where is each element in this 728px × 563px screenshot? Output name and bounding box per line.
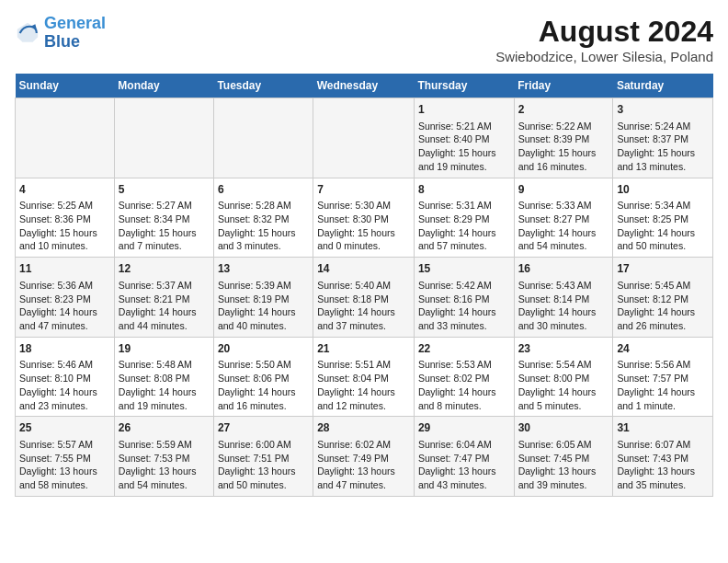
cell-content-line: Daylight: 13 hours and 50 minutes. [218, 465, 309, 491]
cell-content-line: Sunrise: 5:51 AM [317, 358, 410, 372]
cell-content-line: Sunrise: 5:42 AM [418, 279, 510, 293]
cell-content-line: Sunset: 8:04 PM [317, 372, 410, 385]
week-row-1: 1Sunrise: 5:21 AMSunset: 8:40 PMDaylight… [16, 98, 713, 178]
cell-content-line: Sunset: 8:06 PM [218, 372, 309, 385]
cell-content-line: Sunrise: 5:45 AM [617, 279, 709, 293]
calendar-cell-2-0: 11Sunrise: 5:36 AMSunset: 8:23 PMDayligh… [16, 258, 115, 338]
cell-content-line: Sunrise: 6:07 AM [617, 438, 709, 452]
page-header: General Blue August 2024 Swiebodzice, Lo… [15, 15, 713, 64]
cell-content-line: Sunrise: 5:43 AM [518, 279, 609, 293]
cell-content-line: Daylight: 15 hours and 3 minutes. [218, 226, 309, 253]
cell-content-line: Daylight: 14 hours and 33 minutes. [418, 305, 510, 332]
day-number: 26 [119, 420, 210, 436]
calendar-cell-4-2: 27Sunrise: 6:00 AMSunset: 7:51 PMDayligh… [213, 417, 313, 497]
cell-content-line: Sunset: 8:18 PM [317, 293, 410, 306]
cell-content-line: Sunset: 8:00 PM [518, 372, 609, 385]
cell-content-line: Daylight: 14 hours and 26 minutes. [617, 305, 709, 332]
cell-content-line: Daylight: 14 hours and 1 minute. [617, 385, 709, 412]
cell-content-line: Sunset: 8:27 PM [518, 213, 609, 226]
cell-content-line: Sunrise: 5:53 AM [418, 358, 510, 372]
day-number: 20 [218, 341, 309, 357]
cell-content-line: Daylight: 14 hours and 44 minutes. [119, 305, 210, 332]
week-row-4: 18Sunrise: 5:46 AMSunset: 8:10 PMDayligh… [16, 337, 713, 417]
day-number: 2 [518, 102, 609, 118]
cell-content-line: Sunset: 7:49 PM [317, 452, 410, 465]
calendar-cell-4-3: 28Sunrise: 6:02 AMSunset: 7:49 PMDayligh… [313, 417, 415, 497]
calendar-cell-4-6: 31Sunrise: 6:07 AMSunset: 7:43 PMDayligh… [613, 417, 713, 497]
day-number: 6 [218, 182, 309, 198]
cell-content-line: Sunrise: 6:04 AM [418, 438, 510, 452]
day-number: 17 [617, 261, 709, 277]
day-number: 28 [317, 420, 410, 436]
calendar-cell-4-5: 30Sunrise: 6:05 AMSunset: 7:45 PMDayligh… [514, 417, 613, 497]
cell-content-line: Sunrise: 5:27 AM [119, 199, 210, 213]
calendar-cell-2-3: 14Sunrise: 5:40 AMSunset: 8:18 PMDayligh… [313, 258, 415, 338]
calendar-cell-3-1: 19Sunrise: 5:48 AMSunset: 8:08 PMDayligh… [114, 337, 213, 417]
cell-content-line: Sunset: 8:21 PM [119, 293, 210, 306]
cell-content-line: Sunrise: 5:28 AM [218, 199, 309, 213]
cell-content-line: Sunrise: 5:25 AM [19, 199, 110, 213]
cell-content-line: Sunrise: 5:46 AM [19, 358, 110, 372]
cell-content-line: Daylight: 14 hours and 12 minutes. [317, 385, 410, 412]
calendar-cell-2-4: 15Sunrise: 5:42 AMSunset: 8:16 PMDayligh… [414, 258, 514, 338]
cell-content-line: Daylight: 14 hours and 16 minutes. [218, 385, 309, 412]
cell-content-line: Sunset: 8:14 PM [518, 293, 609, 306]
cell-content-line: Sunrise: 5:40 AM [317, 279, 410, 293]
cell-content-line: Sunrise: 5:33 AM [518, 199, 609, 213]
logo-text: General Blue [44, 15, 106, 52]
week-row-5: 25Sunrise: 5:57 AMSunset: 7:55 PMDayligh… [16, 417, 713, 497]
day-number: 11 [19, 261, 110, 277]
header-monday: Monday [114, 74, 213, 98]
header-thursday: Thursday [414, 74, 514, 98]
cell-content-line: Daylight: 14 hours and 37 minutes. [317, 305, 410, 332]
cell-content-line: Daylight: 14 hours and 47 minutes. [19, 305, 110, 332]
day-number: 10 [617, 182, 709, 198]
cell-content-line: Sunrise: 5:59 AM [119, 438, 210, 452]
day-number: 19 [119, 341, 210, 357]
cell-content-line: Sunset: 8:30 PM [317, 213, 410, 226]
logo: General Blue [15, 15, 106, 52]
week-row-3: 11Sunrise: 5:36 AMSunset: 8:23 PMDayligh… [16, 258, 713, 338]
calendar-header: Sunday Monday Tuesday Wednesday Thursday… [16, 74, 713, 98]
cell-content-line: Daylight: 13 hours and 54 minutes. [119, 465, 210, 491]
cell-content-line: Daylight: 15 hours and 0 minutes. [317, 226, 410, 253]
cell-content-line: Sunset: 8:02 PM [418, 372, 510, 385]
cell-content-line: Sunset: 8:32 PM [218, 213, 309, 226]
calendar-cell-1-3: 7Sunrise: 5:30 AMSunset: 8:30 PMDaylight… [313, 178, 415, 258]
calendar-cell-2-5: 16Sunrise: 5:43 AMSunset: 8:14 PMDayligh… [514, 258, 613, 338]
cell-content-line: Daylight: 13 hours and 58 minutes. [19, 465, 110, 491]
cell-content-line: Daylight: 15 hours and 13 minutes. [617, 146, 709, 173]
calendar-table: Sunday Monday Tuesday Wednesday Thursday… [15, 74, 713, 497]
cell-content-line: Sunrise: 5:21 AM [418, 120, 510, 133]
cell-content-line: Sunrise: 5:54 AM [518, 358, 609, 372]
subtitle: Swiebodzice, Lower Silesia, Poland [495, 49, 713, 64]
calendar-cell-3-2: 20Sunrise: 5:50 AMSunset: 8:06 PMDayligh… [213, 337, 313, 417]
cell-content-line: Daylight: 14 hours and 5 minutes. [518, 385, 609, 412]
day-number: 7 [317, 182, 410, 198]
cell-content-line: Sunset: 8:39 PM [518, 132, 609, 146]
cell-content-line: Sunrise: 5:36 AM [19, 279, 110, 293]
cell-content-line: Daylight: 14 hours and 40 minutes. [218, 305, 309, 332]
logo-icon [15, 20, 40, 46]
calendar-cell-3-5: 23Sunrise: 5:54 AMSunset: 8:00 PMDayligh… [514, 337, 613, 417]
day-number: 14 [317, 261, 410, 277]
cell-content-line: Sunrise: 5:22 AM [518, 120, 609, 133]
cell-content-line: Sunset: 8:37 PM [617, 132, 709, 146]
cell-content-line: Sunrise: 5:37 AM [119, 279, 210, 293]
cell-content-line: Sunset: 8:25 PM [617, 213, 709, 226]
calendar-cell-4-4: 29Sunrise: 6:04 AMSunset: 7:47 PMDayligh… [414, 417, 514, 497]
day-number: 8 [418, 182, 510, 198]
cell-content-line: Sunrise: 5:57 AM [19, 438, 110, 452]
day-number: 1 [418, 102, 510, 118]
cell-content-line: Daylight: 14 hours and 23 minutes. [19, 385, 110, 412]
calendar-cell-2-6: 17Sunrise: 5:45 AMSunset: 8:12 PMDayligh… [613, 258, 713, 338]
cell-content-line: Daylight: 15 hours and 19 minutes. [418, 146, 510, 173]
cell-content-line: Daylight: 15 hours and 10 minutes. [19, 226, 110, 253]
cell-content-line: Daylight: 13 hours and 35 minutes. [617, 465, 709, 491]
calendar-cell-3-4: 22Sunrise: 5:53 AMSunset: 8:02 PMDayligh… [414, 337, 514, 417]
cell-content-line: Sunrise: 5:39 AM [218, 279, 309, 293]
cell-content-line: Daylight: 14 hours and 50 minutes. [617, 226, 709, 253]
calendar-cell-0-6: 3Sunrise: 5:24 AMSunset: 8:37 PMDaylight… [613, 98, 713, 178]
cell-content-line: Sunset: 8:40 PM [418, 132, 510, 146]
day-number: 4 [19, 182, 110, 198]
